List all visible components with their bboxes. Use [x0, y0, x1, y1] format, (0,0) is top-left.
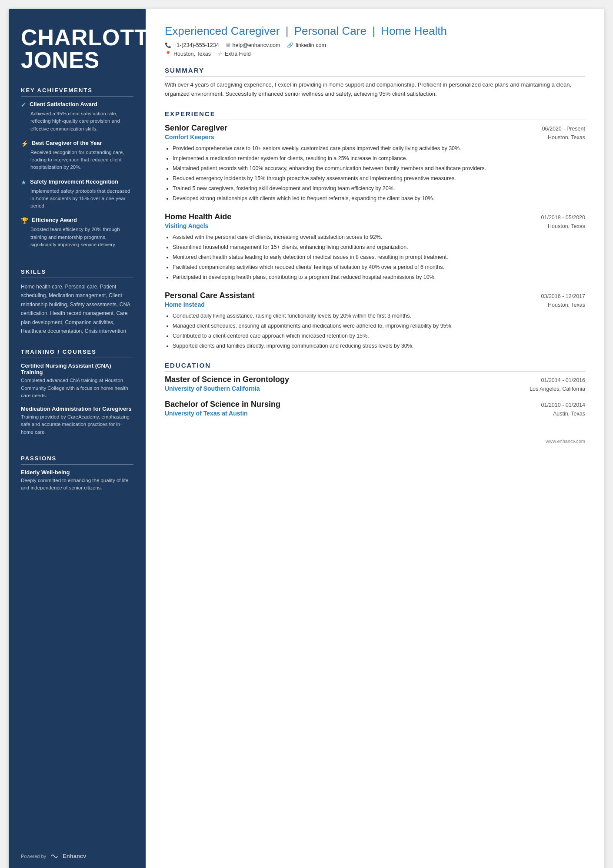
- edu-degree-1: Master of Science in Gerontology: [165, 375, 289, 384]
- job-dates-2: 01/2018 - 05/2020: [541, 214, 585, 221]
- passion-item-1: Elderly Well-being Deeply committed to e…: [21, 469, 133, 492]
- bullet-3-3: Contributed to a client-centered care ap…: [173, 332, 585, 340]
- job-company-row-2: Visiting Angels Houston, Texas: [165, 222, 585, 229]
- sidebar-footer: Powered by Enhancv: [21, 844, 133, 859]
- phone-contact: 📞 +1-(234)-555-1234: [165, 42, 219, 48]
- bullet-1-1: Provided comprehensive care to 10+ senio…: [173, 144, 585, 153]
- name-block: CHARLOTTE JONES: [21, 26, 133, 71]
- job-entry-1: Senior Caregiver 06/2020 - Present Comfo…: [165, 124, 585, 203]
- achievement-item-2: ⚡ Best Caregiver of the Year Received re…: [21, 140, 133, 171]
- main-header: Experienced Caregiver | Personal Care | …: [165, 24, 585, 57]
- summary-text: With over 4 years of caregiving experien…: [165, 80, 585, 99]
- sidebar: CHARLOTTE JONES KEY ACHIEVEMENTS ✔ Clien…: [9, 9, 146, 868]
- edu-header-1: Master of Science in Gerontology 01/2014…: [165, 375, 585, 384]
- job-company-1: Comfort Keepers: [165, 134, 214, 141]
- address-row: 📍 Houston, Texas ☆ Extra Field: [165, 51, 585, 57]
- job-bullets-1: Provided comprehensive care to 10+ senio…: [165, 144, 585, 203]
- email-contact: ✉ help@enhancv.com: [226, 42, 280, 48]
- passion-title-1: Elderly Well-being: [21, 469, 133, 476]
- resume-container: CHARLOTTE JONES KEY ACHIEVEMENTS ✔ Clien…: [9, 9, 604, 868]
- job-entry-3: Personal Care Assistant 03/2016 - 12/201…: [165, 291, 585, 350]
- experience-section-title: EXPERIENCE: [165, 110, 585, 120]
- bullet-2-1: Assisted with the personal care of clien…: [173, 233, 585, 241]
- job-company-row-3: Home Instead Houston, Texas: [165, 301, 585, 308]
- summary-section: SUMMARY With over 4 years of caregiving …: [165, 67, 585, 99]
- edu-school-2: University of Texas at Austin: [165, 410, 248, 417]
- achievement-desc-2: Received recognition for outstanding car…: [30, 149, 133, 171]
- edu-header-2: Bachelor of Science in Nursing 01/2010 -…: [165, 400, 585, 409]
- edu-dates-2: 01/2010 - 01/2014: [541, 402, 585, 408]
- edu-dates-1: 01/2014 - 01/2016: [541, 377, 585, 383]
- training-item-2: Medication Administration for Caregivers…: [21, 406, 133, 436]
- bullet-1-6: Developed strong relationships with clie…: [173, 194, 585, 203]
- linkedin-contact: 🔗 linkedin.com: [287, 42, 326, 48]
- bullet-1-5: Trained 5 new caregivers, fostering skil…: [173, 184, 585, 193]
- job-dates-1: 06/2020 - Present: [542, 126, 585, 132]
- bullet-2-3: Monitored client health status leading t…: [173, 253, 585, 261]
- bullet-2-2: Streamlined household management for 15+…: [173, 243, 585, 251]
- passions-section: PASSIONS Elderly Well-being Deeply commi…: [21, 455, 133, 492]
- lightning-icon: ⚡: [21, 140, 28, 147]
- star-field-icon: ☆: [218, 51, 223, 57]
- achievement-title-4: Efficiency Award: [32, 217, 77, 223]
- achievement-item-3: ★ Safety Improvement Recognition Impleme…: [21, 178, 133, 210]
- job-location-2: Houston, Texas: [548, 223, 585, 229]
- job-position-3: Personal Care Assistant: [165, 291, 254, 300]
- enhancv-brand: Enhancv: [63, 853, 86, 859]
- job-location-3: Houston, Texas: [548, 302, 585, 308]
- powered-by-label: Powered by: [21, 854, 46, 859]
- education-section: EDUCATION Master of Science in Gerontolo…: [165, 362, 585, 417]
- training-course-title-2: Medication Administration for Caregivers: [21, 406, 133, 412]
- experience-section: EXPERIENCE Senior Caregiver 06/2020 - Pr…: [165, 110, 585, 350]
- location-icon: 📍: [165, 51, 171, 57]
- location-contact: 📍 Houston, Texas: [165, 51, 211, 57]
- job-company-3: Home Instead: [165, 301, 205, 308]
- edu-school-row-2: University of Texas at Austin Austin, Te…: [165, 410, 585, 417]
- job-title: Experienced Caregiver | Personal Care | …: [165, 24, 585, 38]
- job-company-2: Visiting Angels: [165, 222, 208, 229]
- training-item-1: Certified Nursing Assistant (CNA) Traini…: [21, 362, 133, 399]
- key-achievements-title: KEY ACHIEVEMENTS: [21, 87, 133, 97]
- bullet-1-3: Maintained patient records with 100% acc…: [173, 164, 585, 173]
- star-icon: ★: [21, 179, 27, 186]
- achievement-item-4: 🏆 Efficiency Award Boosted team efficien…: [21, 217, 133, 248]
- job-position-2: Home Health Aide: [165, 212, 231, 221]
- job-header-2: Home Health Aide 01/2018 - 05/2020: [165, 212, 585, 221]
- achievement-title-3: Safety Improvement Recognition: [30, 178, 118, 185]
- training-section: TRAINING / COURSES Certified Nursing Ass…: [21, 349, 133, 442]
- candidate-name: CHARLOTTE JONES: [21, 26, 133, 71]
- bullet-2-5: Participated in developing health plans,…: [173, 273, 585, 282]
- main-content: Experienced Caregiver | Personal Care | …: [146, 9, 604, 868]
- job-header-1: Senior Caregiver 06/2020 - Present: [165, 124, 585, 133]
- checkmark-icon: ✔: [21, 101, 26, 108]
- job-header-3: Personal Care Assistant 03/2016 - 12/201…: [165, 291, 585, 300]
- passions-title: PASSIONS: [21, 455, 133, 465]
- link-icon: 🔗: [287, 42, 293, 48]
- job-company-row-1: Comfort Keepers Houston, Texas: [165, 134, 585, 141]
- bullet-1-2: Implemented a medication reminder system…: [173, 154, 585, 163]
- skills-text: Home health care, Personal care, Patient…: [21, 282, 133, 335]
- extra-contact: ☆ Extra Field: [218, 51, 251, 57]
- job-bullets-2: Assisted with the personal care of clien…: [165, 233, 585, 282]
- edu-entry-2: Bachelor of Science in Nursing 01/2010 -…: [165, 400, 585, 417]
- website-url: www.enhancv.com: [546, 439, 585, 444]
- job-bullets-3: Conducted daily living assistance, raisi…: [165, 312, 585, 350]
- edu-entry-1: Master of Science in Gerontology 01/2014…: [165, 375, 585, 392]
- achievement-title-1: Client Satisfaction Award: [30, 101, 97, 107]
- bullet-1-4: Reduced emergency incidents by 15% throu…: [173, 174, 585, 183]
- summary-section-title: SUMMARY: [165, 67, 585, 77]
- training-course-desc-1: Completed advanced CNA training at Houst…: [21, 377, 133, 399]
- job-dates-3: 03/2016 - 12/2017: [541, 293, 585, 299]
- key-achievements-section: KEY ACHIEVEMENTS ✔ Client Satisfaction A…: [21, 87, 133, 255]
- edu-degree-2: Bachelor of Science in Nursing: [165, 400, 280, 409]
- trophy-icon: 🏆: [21, 217, 28, 224]
- education-section-title: EDUCATION: [165, 362, 585, 372]
- edu-school-1: University of Southern California: [165, 385, 260, 392]
- skills-title: SKILLS: [21, 268, 133, 278]
- job-location-1: Houston, Texas: [548, 134, 585, 141]
- bullet-3-1: Conducted daily living assistance, raisi…: [173, 312, 585, 320]
- bullet-2-4: Facilitated companionship activities whi…: [173, 263, 585, 271]
- phone-icon: 📞: [165, 42, 171, 48]
- training-course-title-1: Certified Nursing Assistant (CNA) Traini…: [21, 362, 133, 375]
- main-footer: www.enhancv.com: [165, 428, 585, 445]
